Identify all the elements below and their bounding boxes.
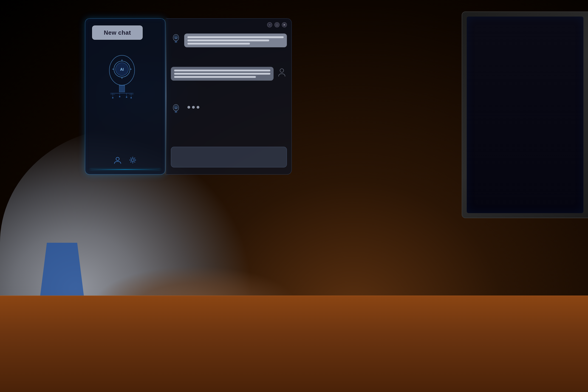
chat-bubble-ai-1 [184, 34, 287, 47]
holographic-ui: New chat AI [85, 18, 292, 179]
user-msg-line-1 [174, 70, 270, 72]
svg-point-18 [126, 96, 127, 98]
svg-line-27 [130, 158, 131, 158]
typing-dot-3 [196, 106, 199, 108]
user-msg-line-2 [174, 73, 270, 75]
chat-bubble-user-1 [171, 67, 274, 80]
user-msg-line-3 [174, 76, 256, 78]
right-panel: − □ ✕ AI [166, 18, 292, 174]
left-panel: New chat AI [85, 18, 166, 174]
ai-avatar-1: AI [171, 34, 181, 44]
svg-rect-34 [175, 41, 177, 42]
svg-point-16 [112, 97, 114, 98]
msg-line-2 [188, 40, 269, 41]
svg-line-30 [130, 162, 131, 162]
msg-line-3 [188, 43, 250, 44]
svg-rect-8 [119, 85, 125, 92]
user-avatar-1 [277, 67, 287, 77]
bottom-glow-line [90, 169, 160, 170]
typing-dot-1 [188, 106, 190, 108]
svg-line-28 [134, 162, 135, 162]
msg-line-1 [188, 36, 284, 38]
svg-rect-39 [175, 111, 177, 112]
svg-point-21 [132, 159, 134, 162]
ai-brain-icon-large: AI [99, 51, 145, 101]
right-laptop [462, 12, 588, 218]
chat-message-2 [171, 67, 287, 80]
svg-text:AI: AI [120, 68, 124, 72]
sidebar-bottom-icons [85, 156, 165, 165]
svg-text:AI: AI [175, 37, 177, 38]
sidebar-user-icon[interactable] [114, 156, 122, 165]
right-laptop-screen [467, 16, 584, 213]
typing-dot-2 [192, 106, 195, 108]
window-controls: − □ ✕ [267, 22, 287, 27]
chat-input-field[interactable] [171, 147, 287, 168]
svg-point-35 [280, 69, 284, 72]
desk-surface [0, 296, 588, 392]
svg-point-20 [116, 157, 119, 160]
typing-indicator [184, 104, 202, 111]
chat-message-1: AI [171, 34, 287, 47]
new-chat-button[interactable]: New chat [92, 26, 143, 40]
new-chat-label: New chat [104, 29, 131, 36]
ai-avatar-2: AI [171, 104, 181, 114]
svg-point-19 [130, 97, 132, 98]
svg-line-29 [134, 158, 135, 158]
minimize-button[interactable]: − [267, 22, 272, 27]
close-button[interactable]: ✕ [282, 22, 287, 27]
maximize-button[interactable]: □ [274, 22, 280, 27]
svg-text:AI: AI [175, 107, 177, 108]
svg-point-17 [119, 96, 120, 97]
chat-message-3-typing: AI [171, 104, 287, 114]
sidebar-gear-icon[interactable] [128, 156, 137, 165]
